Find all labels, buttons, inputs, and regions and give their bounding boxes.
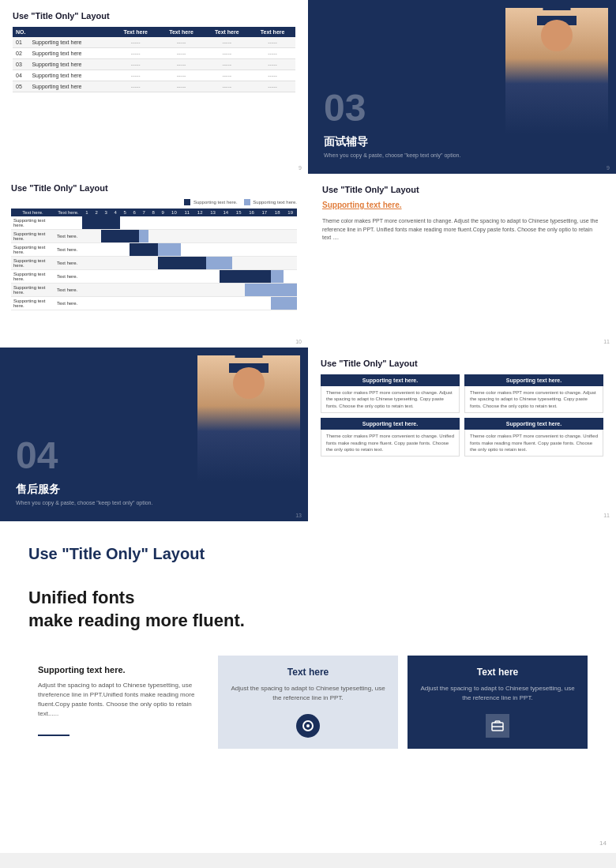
gantt-empty bbox=[232, 216, 245, 230]
slide-table: Use "Title Only" Layout NO. Text here Te… bbox=[0, 0, 308, 174]
gantt-empty bbox=[148, 284, 158, 297]
gantt-empty bbox=[245, 257, 257, 270]
table-row: 05 Supporting text here ----- ----- ----… bbox=[13, 81, 295, 92]
gantt-col-2: 2 bbox=[92, 209, 101, 216]
gantt-empty bbox=[111, 257, 120, 270]
card-1-body: Theme color makes PPT more convenient to… bbox=[321, 386, 460, 413]
gantt-empty bbox=[158, 270, 167, 284]
gantt-empty bbox=[245, 297, 257, 310]
col-h1 bbox=[28, 27, 112, 37]
gantt-col-h1: Text here. bbox=[11, 209, 54, 216]
gantt-empty bbox=[82, 270, 92, 284]
gantt-bar-light bbox=[158, 243, 167, 257]
table-row: 01 Supporting text here ----- ----- ----… bbox=[13, 37, 295, 48]
row-d3: ----- bbox=[204, 81, 250, 92]
gantt-empty bbox=[92, 257, 101, 270]
gantt-empty bbox=[148, 257, 158, 270]
slide-cards: Use "Title Only" Layout Supporting text … bbox=[308, 348, 616, 521]
gantt-empty bbox=[92, 243, 101, 257]
gantt-empty bbox=[82, 284, 92, 297]
row-d4: ----- bbox=[250, 70, 295, 81]
gantt-empty bbox=[158, 216, 167, 230]
card-1-header: Supporting text here. bbox=[321, 374, 460, 386]
gantt-empty bbox=[206, 216, 219, 230]
large-slide-title: Use "Title Only" Layout bbox=[28, 545, 588, 563]
gantt-task: Supporting text here. bbox=[11, 230, 54, 243]
gantt-subtask: Text here. bbox=[54, 270, 82, 284]
gantt-bar-cell bbox=[245, 270, 257, 284]
card-3-header: Supporting text here. bbox=[321, 418, 460, 430]
row-d4: ----- bbox=[250, 81, 295, 92]
slide-04: 04 售后服务 When you copy & paste, choose "k… bbox=[0, 348, 308, 521]
bc3-body: Adjust the spacing to adapt to Chinese t… bbox=[417, 684, 578, 703]
bottom-card-2: Text here Adjust the spacing to adapt to… bbox=[218, 656, 398, 749]
gantt-empty bbox=[167, 216, 180, 230]
gantt-task: Supporting text here. bbox=[11, 216, 54, 230]
page-number: 11 bbox=[603, 513, 610, 518]
gantt-subtask bbox=[54, 216, 82, 230]
gantt-bar-cell bbox=[82, 216, 92, 230]
gantt-empty bbox=[148, 297, 158, 310]
gantt-subtask: Text here. bbox=[54, 257, 82, 270]
gantt-empty bbox=[92, 284, 101, 297]
gantt-col-9: 9 bbox=[158, 209, 167, 216]
gantt-empty bbox=[92, 297, 101, 310]
gantt-empty bbox=[139, 257, 148, 270]
gantt-empty bbox=[220, 297, 232, 310]
bc3-title: Text here bbox=[477, 667, 518, 678]
gantt-col-h2: Text here. bbox=[54, 209, 82, 216]
gantt-row: Supporting text here. Text here. bbox=[11, 297, 297, 310]
gantt-empty bbox=[193, 243, 206, 257]
col-no: NO. bbox=[13, 27, 28, 37]
legend-item-1: Supporting text here. bbox=[184, 199, 237, 205]
gantt-empty bbox=[82, 230, 92, 243]
gantt-empty bbox=[101, 243, 111, 257]
card-3: Supporting text here. Theme color makes … bbox=[321, 418, 460, 457]
legend-box-dark bbox=[184, 199, 190, 205]
gantt-empty bbox=[181, 270, 193, 284]
row-d3: ----- bbox=[204, 48, 250, 59]
row-d2: ----- bbox=[159, 81, 205, 92]
slide-1-title: Use "Title Only" Layout bbox=[13, 11, 295, 21]
gantt-empty bbox=[82, 243, 92, 257]
slide-4-body: Theme color makes PPT more convenient to… bbox=[322, 217, 602, 242]
gantt-bar-light bbox=[271, 284, 284, 297]
gantt-col-19: 19 bbox=[284, 209, 297, 216]
gantt-empty bbox=[158, 284, 167, 297]
cards-grid: Supporting text here. Theme color makes … bbox=[321, 374, 603, 457]
gantt-empty bbox=[139, 297, 148, 310]
gantt-row: Supporting text here. Text here. bbox=[11, 257, 297, 270]
gantt-empty bbox=[271, 230, 284, 243]
gantt-bar-cell bbox=[181, 257, 193, 270]
gantt-bar-light bbox=[258, 284, 271, 297]
slide-text: Use "Title Only" Layout Supporting text … bbox=[308, 174, 616, 348]
gantt-col-1: 1 bbox=[82, 209, 92, 216]
row-d2: ----- bbox=[159, 37, 205, 48]
gantt-empty bbox=[181, 297, 193, 310]
gantt-empty bbox=[120, 216, 130, 230]
card-3-body: Theme color makes PPT more convenient to… bbox=[321, 430, 460, 457]
gantt-empty bbox=[220, 216, 232, 230]
card-1: Supporting text here. Theme color makes … bbox=[321, 374, 460, 413]
gantt-bar-light bbox=[220, 257, 232, 270]
gantt-subtask: Text here. bbox=[54, 243, 82, 257]
gantt-empty bbox=[206, 297, 219, 310]
gantt-empty bbox=[120, 243, 130, 257]
gantt-subtask: Text here. bbox=[54, 230, 82, 243]
gantt-empty bbox=[111, 270, 120, 284]
gantt-col-3: 3 bbox=[101, 209, 111, 216]
gantt-empty bbox=[193, 297, 206, 310]
legend-item-2: Supporting text here. bbox=[244, 199, 297, 205]
gantt-col-15: 15 bbox=[232, 209, 245, 216]
gantt-bar-cell bbox=[120, 230, 130, 243]
legend-text-1: Supporting text here. bbox=[193, 200, 238, 205]
gantt-col-7: 7 bbox=[139, 209, 148, 216]
gantt-bar-cell bbox=[130, 230, 139, 243]
gantt-empty bbox=[181, 284, 193, 297]
slide-1-table: NO. Text here Text here Text here Text h… bbox=[13, 27, 295, 92]
gantt-bar-cell bbox=[130, 243, 139, 257]
gantt-empty bbox=[101, 270, 111, 284]
row-d1: ----- bbox=[113, 59, 159, 70]
table-row: 02 Supporting text here ----- ----- ----… bbox=[13, 48, 295, 59]
gantt-task: Supporting text here. bbox=[11, 297, 54, 310]
